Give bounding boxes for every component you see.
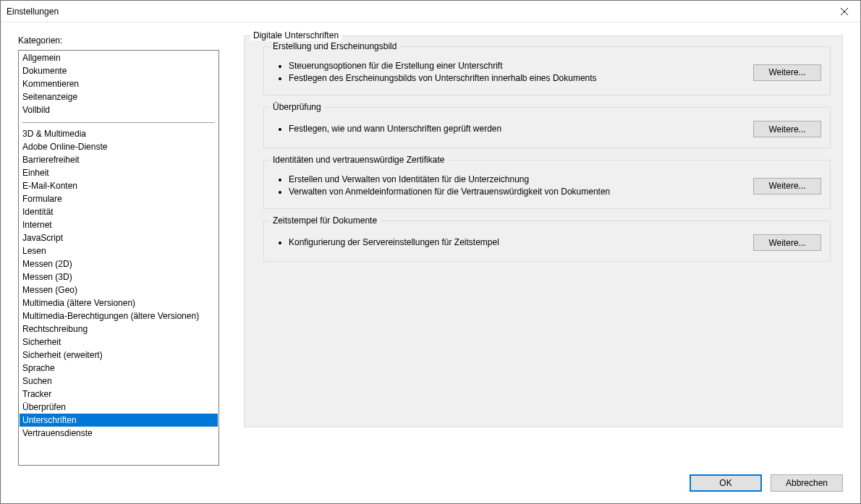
section-row: Steuerungsoptionen für die Erstellung ei… (273, 60, 821, 85)
section-bullets: Steuerungsoptionen für die Erstellung ei… (273, 60, 739, 85)
panel-sections: Erstellung und ErscheinungsbildSteuerung… (253, 43, 834, 262)
category-item[interactable]: Sicherheit (erweitert) (20, 349, 218, 362)
category-item[interactable]: Rechtschreibung (20, 323, 218, 336)
category-item[interactable]: Formulare (20, 192, 218, 205)
category-item[interactable]: Überprüfen (20, 401, 218, 414)
category-item[interactable]: Kommentieren (20, 77, 218, 90)
section-fieldset: ÜberprüfungFestlegen, wie und wann Unter… (263, 107, 831, 148)
category-item[interactable]: Internet (20, 218, 218, 231)
cancel-button[interactable]: Abbrechen (771, 474, 843, 492)
category-item[interactable]: Multimedia-Berechtigungen (ältere Versio… (20, 309, 218, 323)
section-title: Identitäten und vertrauenswürdige Zertif… (270, 155, 447, 165)
category-item[interactable]: Suchen (20, 375, 218, 388)
category-item[interactable]: Vertrauensdienste (20, 427, 218, 440)
section-bullet: Festlegen, wie und wann Unterschriften g… (289, 123, 739, 135)
category-item[interactable]: Messen (Geo) (20, 283, 218, 296)
category-item[interactable]: Vollbild (20, 103, 218, 116)
section-bullet: Festlegen des Erscheinungsbilds von Unte… (289, 72, 739, 85)
close-button[interactable] (828, 1, 860, 22)
categories-list[interactable]: AllgemeinDokumenteKommentierenSeitenanze… (18, 50, 219, 466)
ok-button[interactable]: OK (690, 474, 762, 492)
section-title: Erstellung und Erscheinungsbild (270, 41, 399, 51)
more-button[interactable]: Weitere... (753, 121, 821, 137)
categories-label: Kategorien: (18, 35, 219, 46)
panel-title: Digitale Unterschriften (250, 30, 342, 40)
category-item[interactable]: Allgemein (20, 51, 218, 64)
more-button[interactable]: Weitere... (753, 64, 821, 81)
section-bullets: Konfigurierung der Servereinstellungen f… (273, 236, 739, 249)
settings-panel: Digitale Unterschriften Erstellung und E… (244, 35, 843, 466)
category-item[interactable]: Messen (3D) (20, 270, 218, 283)
category-item[interactable]: Tracker (20, 388, 218, 401)
category-item[interactable]: Seitenanzeige (20, 90, 218, 103)
section-bullets: Erstellen und Verwalten von Identitäten … (273, 174, 739, 198)
category-item[interactable]: Multimedia (ältere Versionen) (20, 296, 218, 309)
category-item[interactable]: JavaScript (20, 231, 218, 244)
section-fieldset: Erstellung und ErscheinungsbildSteuerung… (263, 46, 831, 95)
category-item[interactable]: Messen (2D) (20, 257, 218, 270)
categories-column: Kategorien: AllgemeinDokumenteKommentier… (18, 35, 219, 466)
category-item[interactable]: Identität (20, 205, 218, 218)
section-title: Zeitstempel für Dokumente (270, 215, 380, 226)
panel-fieldset: Digitale Unterschriften Erstellung und E… (244, 35, 843, 427)
category-item[interactable]: Sprache (20, 362, 218, 375)
section-row: Konfigurierung der Servereinstellungen f… (273, 234, 821, 251)
section-bullet: Verwalten von Anmeldeinformationen für d… (289, 186, 739, 198)
window-title: Einstellungen (7, 7, 828, 17)
close-icon (841, 8, 848, 15)
section-fieldset: Zeitstempel für DokumenteKonfigurierung … (263, 221, 831, 262)
more-button[interactable]: Weitere... (753, 234, 821, 251)
category-item[interactable]: Unterschriften (20, 414, 218, 427)
category-item[interactable]: Lesen (20, 244, 218, 257)
section-row: Erstellen und Verwalten von Identitäten … (273, 174, 821, 198)
category-item[interactable]: Barrierefreiheit (20, 153, 218, 166)
category-item[interactable]: Einheit (20, 166, 218, 179)
preferences-dialog: Einstellungen Kategorien: AllgemeinDokum… (0, 0, 861, 504)
more-button[interactable]: Weitere... (753, 178, 821, 195)
section-row: Festlegen, wie und wann Unterschriften g… (273, 121, 821, 137)
category-separator (22, 122, 215, 123)
dialog-body: Kategorien: AllgemeinDokumenteKommentier… (1, 22, 860, 503)
section-bullet: Konfigurierung der Servereinstellungen f… (289, 236, 739, 249)
category-item[interactable]: E-Mail-Konten (20, 179, 218, 192)
section-bullets: Festlegen, wie und wann Unterschriften g… (273, 123, 739, 135)
section-title: Überprüfung (270, 102, 324, 112)
category-item[interactable]: 3D & Multimedia (20, 127, 218, 140)
section-bullet: Erstellen und Verwalten von Identitäten … (289, 174, 739, 186)
titlebar: Einstellungen (1, 1, 860, 22)
section-bullet: Steuerungsoptionen für die Erstellung ei… (289, 60, 739, 72)
category-item[interactable]: Adobe Online-Dienste (20, 140, 218, 153)
category-item[interactable]: Sicherheit (20, 336, 218, 349)
dialog-button-row: OK Abbrechen (18, 466, 843, 495)
category-item[interactable]: Dokumente (20, 64, 218, 77)
dialog-upper: Kategorien: AllgemeinDokumenteKommentier… (18, 35, 843, 466)
section-fieldset: Identitäten und vertrauenswürdige Zertif… (263, 160, 831, 209)
